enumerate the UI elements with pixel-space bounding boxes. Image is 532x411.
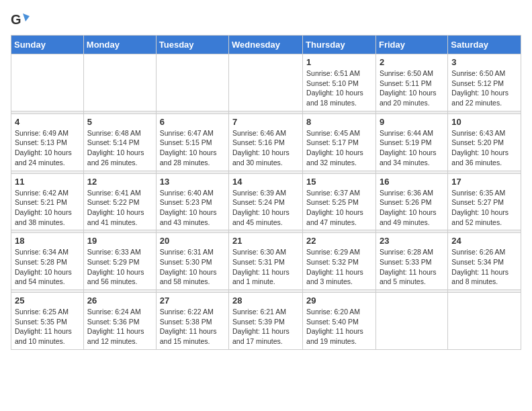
- day-number: 11: [15, 177, 80, 187]
- column-header-saturday: Saturday: [448, 36, 521, 54]
- day-number: 6: [160, 117, 225, 127]
- day-number: 13: [160, 177, 225, 187]
- calendar-cell: 10Sunrise: 6:43 AM Sunset: 5:20 PM Dayli…: [448, 113, 521, 171]
- day-number: 29: [306, 295, 372, 306]
- day-number: 20: [160, 236, 225, 246]
- logo-icon: G: [11, 11, 30, 30]
- calendar-cell: 23Sunrise: 6:28 AM Sunset: 5:33 PM Dayli…: [375, 233, 447, 290]
- calendar-cell: 27Sunrise: 6:22 AM Sunset: 5:38 PM Dayli…: [156, 293, 228, 350]
- day-number: 3: [451, 57, 517, 67]
- calendar-cell: [11, 54, 84, 111]
- day-number: 23: [380, 236, 444, 246]
- day-number: 7: [232, 117, 299, 127]
- day-info: Sunrise: 6:41 AM Sunset: 5:22 PM Dayligh…: [87, 188, 152, 228]
- day-number: 5: [87, 117, 152, 127]
- day-info: Sunrise: 6:28 AM Sunset: 5:33 PM Dayligh…: [380, 247, 444, 287]
- day-number: 2: [380, 57, 444, 67]
- calendar-cell: [375, 293, 447, 350]
- day-info: Sunrise: 6:44 AM Sunset: 5:19 PM Dayligh…: [380, 128, 444, 168]
- calendar-cell: 2Sunrise: 6:50 AM Sunset: 5:11 PM Daylig…: [375, 54, 447, 111]
- calendar-cell: 3Sunrise: 6:50 AM Sunset: 5:12 PM Daylig…: [448, 54, 521, 111]
- calendar-cell: 15Sunrise: 6:37 AM Sunset: 5:25 PM Dayli…: [303, 173, 376, 230]
- day-info: Sunrise: 6:30 AM Sunset: 5:31 PM Dayligh…: [232, 247, 299, 287]
- day-info: Sunrise: 6:37 AM Sunset: 5:25 PM Dayligh…: [306, 188, 372, 228]
- calendar-cell: 17Sunrise: 6:35 AM Sunset: 5:27 PM Dayli…: [448, 173, 521, 230]
- day-number: 28: [232, 295, 299, 306]
- week-row-4: 18Sunrise: 6:34 AM Sunset: 5:28 PM Dayli…: [11, 233, 521, 290]
- calendar-cell: 6Sunrise: 6:47 AM Sunset: 5:15 PM Daylig…: [156, 113, 228, 171]
- calendar-cell: 1Sunrise: 6:51 AM Sunset: 5:10 PM Daylig…: [303, 54, 376, 111]
- day-info: Sunrise: 6:49 AM Sunset: 5:13 PM Dayligh…: [15, 128, 80, 168]
- calendar-cell: [156, 54, 228, 111]
- day-info: Sunrise: 6:26 AM Sunset: 5:34 PM Dayligh…: [451, 247, 517, 287]
- day-info: Sunrise: 6:20 AM Sunset: 5:40 PM Dayligh…: [306, 307, 372, 347]
- calendar-cell: 12Sunrise: 6:41 AM Sunset: 5:22 PM Dayli…: [83, 173, 156, 230]
- calendar-cell: 20Sunrise: 6:31 AM Sunset: 5:30 PM Dayli…: [156, 233, 228, 290]
- day-number: 18: [15, 236, 80, 246]
- day-number: 17: [451, 177, 517, 187]
- column-header-tuesday: Tuesday: [156, 36, 228, 54]
- logo: G: [11, 11, 31, 30]
- calendar-cell: 8Sunrise: 6:45 AM Sunset: 5:17 PM Daylig…: [303, 113, 376, 171]
- day-number: 10: [451, 117, 517, 127]
- day-info: Sunrise: 6:29 AM Sunset: 5:32 PM Dayligh…: [306, 247, 372, 287]
- column-header-monday: Monday: [83, 36, 156, 54]
- week-row-3: 11Sunrise: 6:42 AM Sunset: 5:21 PM Dayli…: [11, 173, 521, 230]
- calendar-cell: 28Sunrise: 6:21 AM Sunset: 5:39 PM Dayli…: [229, 293, 303, 350]
- calendar-cell: 21Sunrise: 6:30 AM Sunset: 5:31 PM Dayli…: [229, 233, 303, 290]
- calendar-cell: 26Sunrise: 6:24 AM Sunset: 5:36 PM Dayli…: [83, 293, 156, 350]
- day-info: Sunrise: 6:51 AM Sunset: 5:10 PM Dayligh…: [306, 68, 372, 108]
- day-info: Sunrise: 6:46 AM Sunset: 5:16 PM Dayligh…: [232, 128, 299, 168]
- calendar-cell: 5Sunrise: 6:48 AM Sunset: 5:14 PM Daylig…: [83, 113, 156, 171]
- day-number: 26: [87, 295, 152, 306]
- day-number: 14: [232, 177, 299, 187]
- calendar-table: SundayMondayTuesdayWednesdayThursdayFrid…: [11, 35, 521, 350]
- calendar-cell: [448, 293, 521, 350]
- calendar-cell: 19Sunrise: 6:33 AM Sunset: 5:29 PM Dayli…: [83, 233, 156, 290]
- calendar-cell: 13Sunrise: 6:40 AM Sunset: 5:23 PM Dayli…: [156, 173, 228, 230]
- column-header-sunday: Sunday: [11, 36, 84, 54]
- calendar-cell: [83, 54, 156, 111]
- day-info: Sunrise: 6:39 AM Sunset: 5:24 PM Dayligh…: [232, 188, 299, 228]
- calendar-cell: [229, 54, 303, 111]
- day-info: Sunrise: 6:33 AM Sunset: 5:29 PM Dayligh…: [87, 247, 152, 287]
- day-info: Sunrise: 6:34 AM Sunset: 5:28 PM Dayligh…: [15, 247, 80, 287]
- day-number: 21: [232, 236, 299, 246]
- calendar-cell: 22Sunrise: 6:29 AM Sunset: 5:32 PM Dayli…: [303, 233, 376, 290]
- calendar-cell: 4Sunrise: 6:49 AM Sunset: 5:13 PM Daylig…: [11, 113, 84, 171]
- svg-text:G: G: [11, 12, 21, 27]
- day-info: Sunrise: 6:43 AM Sunset: 5:20 PM Dayligh…: [451, 128, 517, 168]
- week-row-1: 1Sunrise: 6:51 AM Sunset: 5:10 PM Daylig…: [11, 54, 521, 111]
- week-row-2: 4Sunrise: 6:49 AM Sunset: 5:13 PM Daylig…: [11, 113, 521, 171]
- day-info: Sunrise: 6:45 AM Sunset: 5:17 PM Dayligh…: [306, 128, 372, 168]
- day-number: 16: [380, 177, 444, 187]
- day-info: Sunrise: 6:42 AM Sunset: 5:21 PM Dayligh…: [15, 188, 80, 228]
- day-info: Sunrise: 6:36 AM Sunset: 5:26 PM Dayligh…: [380, 188, 444, 228]
- calendar-cell: 18Sunrise: 6:34 AM Sunset: 5:28 PM Dayli…: [11, 233, 84, 290]
- calendar-cell: 24Sunrise: 6:26 AM Sunset: 5:34 PM Dayli…: [448, 233, 521, 290]
- calendar-cell: 14Sunrise: 6:39 AM Sunset: 5:24 PM Dayli…: [229, 173, 303, 230]
- day-info: Sunrise: 6:40 AM Sunset: 5:23 PM Dayligh…: [160, 188, 225, 228]
- day-number: 24: [451, 236, 517, 246]
- day-info: Sunrise: 6:50 AM Sunset: 5:11 PM Dayligh…: [380, 68, 444, 108]
- column-header-wednesday: Wednesday: [229, 36, 303, 54]
- day-number: 1: [306, 57, 372, 67]
- calendar-cell: 29Sunrise: 6:20 AM Sunset: 5:40 PM Dayli…: [303, 293, 376, 350]
- day-info: Sunrise: 6:35 AM Sunset: 5:27 PM Dayligh…: [451, 188, 517, 228]
- day-number: 8: [306, 117, 372, 127]
- day-info: Sunrise: 6:25 AM Sunset: 5:35 PM Dayligh…: [15, 307, 80, 347]
- day-number: 15: [306, 177, 372, 187]
- day-number: 12: [87, 177, 152, 187]
- day-info: Sunrise: 6:31 AM Sunset: 5:30 PM Dayligh…: [160, 247, 225, 287]
- calendar-cell: 7Sunrise: 6:46 AM Sunset: 5:16 PM Daylig…: [229, 113, 303, 171]
- column-header-thursday: Thursday: [303, 36, 376, 54]
- calendar-cell: 9Sunrise: 6:44 AM Sunset: 5:19 PM Daylig…: [375, 113, 447, 171]
- column-header-friday: Friday: [375, 36, 447, 54]
- calendar-cell: 11Sunrise: 6:42 AM Sunset: 5:21 PM Dayli…: [11, 173, 84, 230]
- day-number: 25: [15, 295, 80, 306]
- calendar-cell: 16Sunrise: 6:36 AM Sunset: 5:26 PM Dayli…: [375, 173, 447, 230]
- day-number: 19: [87, 236, 152, 246]
- day-info: Sunrise: 6:47 AM Sunset: 5:15 PM Dayligh…: [160, 128, 225, 168]
- day-info: Sunrise: 6:48 AM Sunset: 5:14 PM Dayligh…: [87, 128, 152, 168]
- day-info: Sunrise: 6:50 AM Sunset: 5:12 PM Dayligh…: [451, 68, 517, 108]
